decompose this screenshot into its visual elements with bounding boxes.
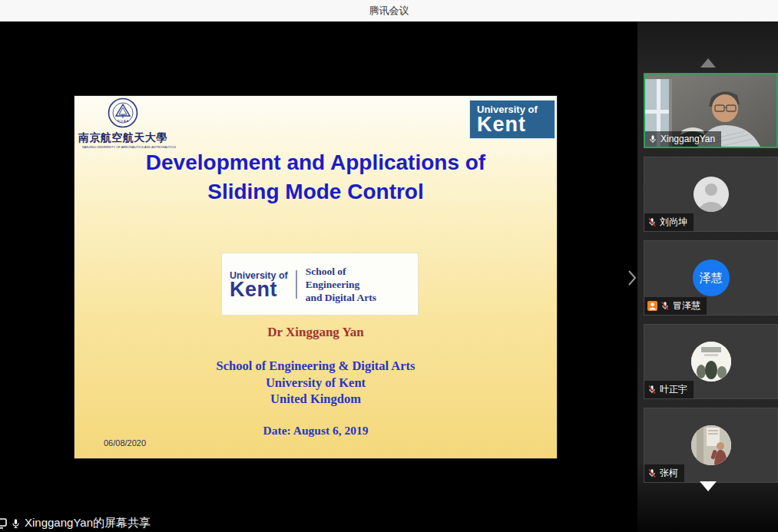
mic-muted-icon bbox=[647, 468, 657, 478]
nuaa-logo: N U A A 南京航空航天大學 NANJING UNIVERSITY OF A… bbox=[78, 97, 168, 149]
nuaa-chinese-name: 南京航空航天大學 bbox=[78, 131, 168, 145]
photo-avatar bbox=[691, 342, 731, 382]
participant-label: XinggangYan bbox=[645, 131, 721, 147]
affiliation-line1: School of Engineering & Digital Arts bbox=[74, 358, 557, 375]
shared-screen-stage: N U A A 南京航空航天大學 NANJING UNIVERSITY OF A… bbox=[0, 21, 637, 532]
mic-muted-icon bbox=[647, 217, 657, 227]
dept-uni-line2: Kent bbox=[230, 281, 288, 299]
avatar-initials-text: 泽慧 bbox=[700, 271, 723, 286]
participant-label: 张柯 bbox=[644, 464, 684, 482]
profile-badge-icon bbox=[647, 301, 657, 311]
default-avatar-icon bbox=[694, 177, 729, 212]
participant-label: 刘尚坤 bbox=[644, 213, 694, 231]
window-title: 腾讯会议 bbox=[369, 4, 409, 18]
participant-name: 刘尚坤 bbox=[660, 216, 687, 229]
participant-label: 叶正宇 bbox=[644, 381, 694, 398]
affiliation-block: School of Engineering & Digital Arts Uni… bbox=[74, 358, 557, 408]
photo-avatar bbox=[691, 425, 731, 465]
kent-logo: University of Kent bbox=[469, 100, 555, 139]
dept-school-line2: Engineering bbox=[306, 278, 376, 291]
participant-name: XinggangYan bbox=[660, 134, 715, 144]
slide-date: Date: August 6, 2019 bbox=[74, 424, 557, 438]
scroll-up-arrow-icon[interactable] bbox=[700, 58, 716, 68]
svg-text:N U A A: N U A A bbox=[118, 119, 129, 123]
kent-school-logo: University of Kent School of Engineering… bbox=[221, 253, 419, 316]
window-titlebar: 腾讯会议 bbox=[0, 0, 778, 21]
participant-tile-zhangke[interactable]: 张柯 bbox=[644, 408, 778, 483]
date-stamp: 06/08/2020 bbox=[104, 438, 146, 448]
affiliation-line2: University of Kent bbox=[74, 375, 557, 392]
kent-school-logo-left: University of Kent bbox=[230, 270, 297, 299]
participant-name: 冒泽慧 bbox=[673, 299, 700, 312]
screen-share-indicator: XinggangYan的屏幕共享 bbox=[0, 516, 151, 530]
dept-school-line1: School of bbox=[306, 265, 376, 278]
slide-title-line2: Sliding Mode Control bbox=[74, 177, 557, 207]
kent-logo-line2: Kent bbox=[477, 115, 555, 134]
participant-tile-xinggangyan[interactable]: XinggangYan bbox=[644, 73, 778, 148]
microphone-icon bbox=[11, 518, 21, 529]
participant-tile-liushangkun[interactable]: 刘尚坤 bbox=[644, 157, 778, 232]
tencent-meeting-window: 腾讯会议 N U A A 南京航空航天大學 NANJING UNIVER bbox=[0, 0, 778, 532]
affiliation-line3: United Kingdom bbox=[74, 391, 557, 408]
collapse-sidebar-chevron-icon[interactable] bbox=[627, 269, 637, 286]
screen-share-text: XinggangYan的屏幕共享 bbox=[25, 516, 151, 530]
slide-title: Development and Applications of Sliding … bbox=[74, 148, 557, 207]
presenter-name: Dr Xinggang Yan bbox=[74, 325, 557, 340]
presentation-slide: N U A A 南京航空航天大學 NANJING UNIVERSITY OF A… bbox=[74, 96, 557, 458]
initials-avatar: 泽慧 bbox=[693, 259, 730, 296]
participant-label: 冒泽慧 bbox=[644, 297, 707, 315]
participants-sidebar: XinggangYan bbox=[637, 21, 778, 532]
mic-muted-icon bbox=[660, 301, 670, 311]
slide-title-line1: Development and Applications of bbox=[74, 148, 557, 177]
kent-school-logo-right: School of Engineering and Digital Arts bbox=[297, 265, 376, 304]
participant-tile-maozehui[interactable]: 泽慧 冒泽慧 bbox=[644, 240, 778, 316]
dept-school-line3: and Digital Arts bbox=[306, 291, 376, 304]
participant-name: 张柯 bbox=[660, 467, 678, 480]
nuaa-seal-icon: N U A A bbox=[108, 97, 138, 128]
mic-muted-icon bbox=[647, 385, 657, 395]
monitor-icon bbox=[0, 518, 7, 529]
meeting-app: N U A A 南京航空航天大學 NANJING UNIVERSITY OF A… bbox=[0, 21, 778, 532]
mic-on-icon bbox=[648, 134, 657, 144]
participant-name: 叶正宇 bbox=[660, 383, 687, 396]
participant-tile-yezhengyu[interactable]: 叶正宇 bbox=[644, 324, 778, 399]
scroll-down-arrow-icon[interactable] bbox=[700, 481, 717, 491]
